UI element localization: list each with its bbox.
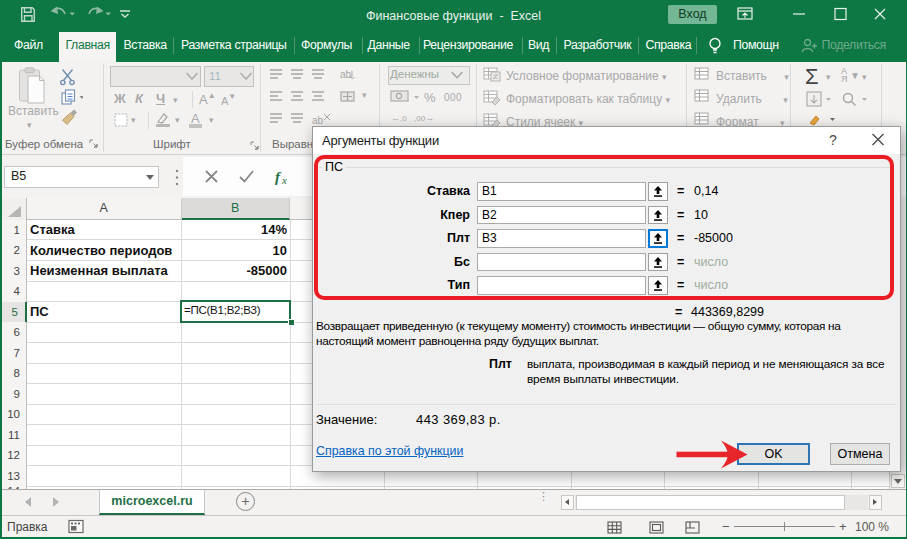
svg-text:x: x [281, 174, 287, 186]
svg-text:ab: ab [312, 115, 324, 126]
svg-text:ab: ab [340, 69, 352, 80]
svg-text:f: f [275, 169, 282, 185]
